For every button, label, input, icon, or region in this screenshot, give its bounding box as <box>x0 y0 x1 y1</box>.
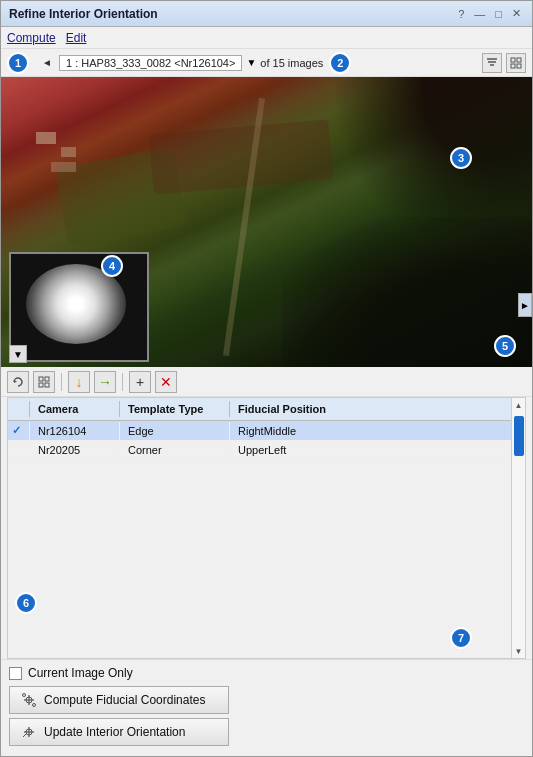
toolbar: ↓ → + ✕ <box>1 367 532 397</box>
toolbar-separator-1 <box>61 373 62 391</box>
scroll-up-arrow[interactable]: ▲ <box>514 398 524 412</box>
maximize-button[interactable]: □ <box>492 8 505 20</box>
row2-camera: Nr20205 <box>30 441 120 459</box>
grid-icon <box>510 57 522 69</box>
col-fiducial-header: Fiducial Position <box>230 401 511 417</box>
checkbox-label: Current Image Only <box>28 666 133 680</box>
menu-compute[interactable]: Compute <box>7 31 56 45</box>
table-header: Camera Template Type Fiducial Position <box>8 398 511 421</box>
scroll-thumb[interactable] <box>514 416 524 456</box>
nav-prev-button[interactable]: ◄ <box>39 55 55 71</box>
col-camera-header: Camera <box>30 401 120 417</box>
row1-check: ✓ <box>8 421 30 440</box>
svg-rect-3 <box>511 58 515 62</box>
table-row[interactable]: ✓ Nr126104 Edge RightMiddle <box>8 421 511 441</box>
menu-bar: Compute Edit <box>1 27 532 49</box>
main-window: Refine Interior Orientation ? — □ ✕ Comp… <box>0 0 533 757</box>
nav-bar: 1 ◄ 1 : HAP83_333_0082 <Nr126104> ▼ of 1… <box>1 49 532 77</box>
image-viewer[interactable]: 3 4 ▼ 5 ► <box>1 77 532 367</box>
svg-marker-7 <box>14 380 17 383</box>
help-button[interactable]: ? <box>455 8 467 20</box>
delete-button[interactable]: ✕ <box>155 371 177 393</box>
checkbox-row: Current Image Only <box>9 666 524 680</box>
minimize-button[interactable]: — <box>471 8 488 20</box>
filter-icon <box>486 57 498 69</box>
svg-rect-5 <box>511 64 515 68</box>
toolbar-separator-2 <box>122 373 123 391</box>
grid-view-icon <box>38 376 50 388</box>
annotation-2: 2 <box>329 52 351 74</box>
table-row[interactable]: Nr20205 Corner UpperLeft <box>8 441 511 460</box>
filter-button[interactable] <box>482 53 502 73</box>
svg-rect-9 <box>45 377 49 381</box>
window-title: Refine Interior Orientation <box>9 7 158 21</box>
svg-rect-8 <box>39 377 43 381</box>
grid-view-button[interactable] <box>33 371 55 393</box>
table-scrollbar[interactable]: ▲ ▼ <box>511 398 525 658</box>
scroll-down-arrow[interactable]: ▼ <box>514 644 524 658</box>
panel-expand-button[interactable]: ► <box>518 293 532 317</box>
compute-fiducial-label: Compute Fiducial Coordinates <box>44 693 205 707</box>
refresh-button[interactable] <box>7 371 29 393</box>
compute-fiducial-icon <box>20 691 38 709</box>
image-count: of 15 images <box>260 57 323 69</box>
thumbnail-glow <box>26 264 126 344</box>
col-check-header <box>8 401 30 417</box>
update-orientation-label: Update Interior Orientation <box>44 725 185 739</box>
svg-line-20 <box>23 734 26 737</box>
svg-rect-11 <box>45 383 49 387</box>
update-orientation-button[interactable]: Update Interior Orientation <box>9 718 229 746</box>
svg-rect-10 <box>39 383 43 387</box>
add-button[interactable]: + <box>129 371 151 393</box>
annotation-1: 1 <box>7 52 29 74</box>
svg-rect-6 <box>517 64 521 68</box>
orientation-icon <box>21 724 37 740</box>
title-bar: Refine Interior Orientation ? — □ ✕ <box>1 1 532 27</box>
bottom-section: Current Image Only Compute Fiducial Coor… <box>1 659 532 756</box>
grid-button[interactable] <box>506 53 526 73</box>
svg-point-16 <box>33 704 36 707</box>
close-button[interactable]: ✕ <box>509 7 524 20</box>
dropdown-arrow[interactable]: ▼ <box>246 57 256 68</box>
row1-template: Edge <box>120 422 230 440</box>
image-selector[interactable]: 1 : HAP83_333_0082 <Nr126104> <box>59 55 242 71</box>
move-right-button[interactable]: → <box>94 371 116 393</box>
svg-rect-4 <box>517 58 521 62</box>
table-inner: Camera Template Type Fiducial Position ✓… <box>8 398 511 658</box>
update-orientation-icon <box>20 723 38 741</box>
table-section: Camera Template Type Fiducial Position ✓… <box>1 397 532 659</box>
fiducial-icon <box>21 692 37 708</box>
data-table: Camera Template Type Fiducial Position ✓… <box>7 397 526 659</box>
current-image-checkbox[interactable] <box>9 667 22 680</box>
table-body: ✓ Nr126104 Edge RightMiddle Nr20205 Corn… <box>8 421 511 658</box>
row2-fiducial: UpperLeft <box>230 441 511 459</box>
col-template-header: Template Type <box>120 401 230 417</box>
refresh-icon <box>12 376 24 388</box>
thumbnail-overlay <box>9 252 149 362</box>
row2-template: Corner <box>120 441 230 459</box>
row1-fiducial: RightMiddle <box>230 422 511 440</box>
compute-fiducial-button[interactable]: Compute Fiducial Coordinates <box>9 686 229 714</box>
scroll-down-button[interactable]: ▼ <box>9 345 27 363</box>
svg-point-15 <box>23 694 26 697</box>
window-controls: ? — □ ✕ <box>455 7 524 20</box>
row1-camera: Nr126104 <box>30 422 120 440</box>
row2-check <box>8 447 30 453</box>
menu-edit[interactable]: Edit <box>66 31 87 45</box>
move-down-button[interactable]: ↓ <box>68 371 90 393</box>
